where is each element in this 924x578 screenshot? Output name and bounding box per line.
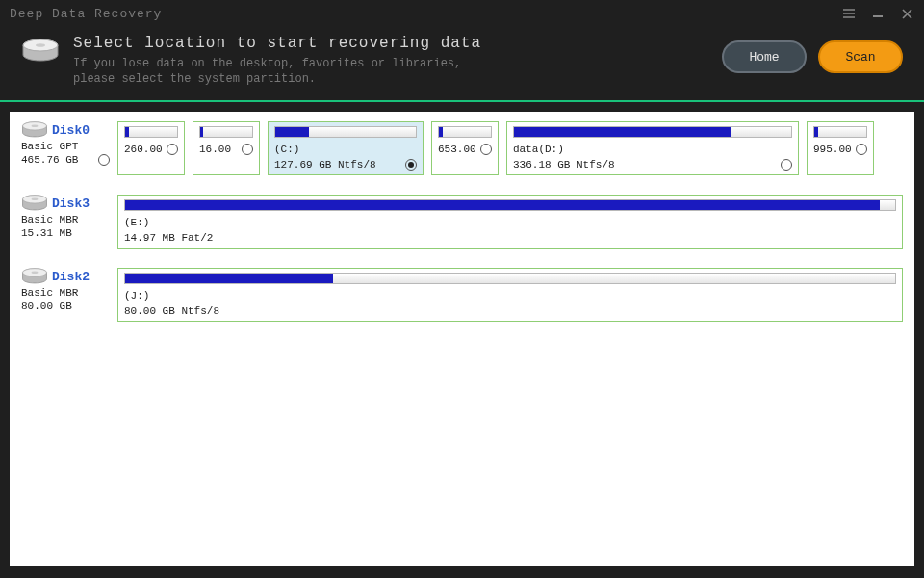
partition-info: 80.00 GB Ntfs/8 <box>124 305 219 317</box>
disk-radio[interactable] <box>98 154 110 166</box>
disk-row: Disk3Basic MBR15.31 MB(E:)14.97 MB Fat/2 <box>21 195 903 249</box>
partition-group: (J:)80.00 GB Ntfs/8 <box>117 268 903 322</box>
partition[interactable]: 653.00 . <box>431 121 499 175</box>
svg-point-8 <box>32 198 38 200</box>
partition-letter: (J:) <box>124 290 896 302</box>
partition-letter: data(D:) <box>513 144 792 155</box>
disk-name-text: Disk2 <box>52 270 90 284</box>
svg-point-5 <box>32 125 38 127</box>
partition-group: 260.00 .16.00 M.(C:)127.69 GB Ntfs/8653.… <box>117 121 903 175</box>
disk-size: 80.00 GB <box>21 301 110 312</box>
partition[interactable]: data(D:)336.18 GB Ntfs/8 <box>506 121 799 175</box>
disk-row: Disk2Basic MBR80.00 GB(J:)80.00 GB Ntfs/… <box>21 268 903 322</box>
partition-radio[interactable] <box>856 144 867 155</box>
usage-bar <box>813 126 867 138</box>
partition-group: (E:)14.97 MB Fat/2 <box>117 195 903 249</box>
disk-name-text: Disk3 <box>52 197 90 211</box>
app-title: Deep Data Recovery <box>10 7 841 21</box>
partition-info: 653.00 . <box>438 144 476 155</box>
partition-info: 14.97 MB Fat/2 <box>124 232 213 244</box>
disk-label: Disk3Basic MBR15.31 MB <box>21 195 110 249</box>
drive-icon <box>21 39 60 67</box>
usage-bar <box>124 126 178 138</box>
partition-info: 336.18 GB Ntfs/8 <box>513 159 615 171</box>
scan-button[interactable]: Scan <box>818 40 903 73</box>
usage-bar <box>513 126 792 138</box>
usage-bar <box>124 273 896 284</box>
partition-radio[interactable] <box>781 159 792 171</box>
partition-info: 16.00 M. <box>199 144 238 155</box>
disk-name-text: Disk0 <box>52 123 90 138</box>
disk-label: Disk2Basic MBR80.00 GB <box>21 268 110 322</box>
usage-bar <box>124 199 896 211</box>
partition[interactable]: (E:)14.97 MB Fat/2 <box>117 195 903 249</box>
disk-row: Disk0Basic GPT465.76 GB260.00 .16.00 M.(… <box>21 121 903 175</box>
home-button[interactable]: Home <box>722 40 807 73</box>
disk-size: 465.76 GB <box>21 154 110 166</box>
page-subtitle: If you lose data on the desktop, favorit… <box>73 56 708 87</box>
disk-list: Disk0Basic GPT465.76 GB260.00 .16.00 M.(… <box>10 112 914 566</box>
partition-letter: (C:) <box>274 144 417 155</box>
disk-size: 15.31 MB <box>21 227 110 239</box>
menu-icon[interactable] <box>841 6 857 21</box>
disk-label: Disk0Basic GPT465.76 GB <box>21 121 110 175</box>
partition-radio[interactable] <box>242 144 253 155</box>
minimize-icon[interactable] <box>870 6 886 21</box>
usage-bar <box>199 126 253 138</box>
disk-name: Disk0 <box>21 121 110 139</box>
disk-name: Disk3 <box>21 195 110 212</box>
usage-bar <box>274 126 417 138</box>
partition[interactable]: (C:)127.69 GB Ntfs/8 <box>268 121 424 175</box>
disk-type: Basic GPT <box>21 141 110 152</box>
partition-radio[interactable] <box>167 144 178 155</box>
partition-info: 995.00 . <box>813 144 852 155</box>
partition-letter: (E:) <box>124 217 896 228</box>
disk-name: Disk2 <box>21 268 110 285</box>
usage-bar <box>438 126 492 138</box>
partition-info: 127.69 GB Ntfs/8 <box>274 159 376 171</box>
divider <box>0 100 924 102</box>
partition[interactable]: 995.00 . <box>807 121 874 175</box>
partition[interactable]: (J:)80.00 GB Ntfs/8 <box>117 268 903 322</box>
page-title: Select location to start recovering data <box>73 35 708 52</box>
disk-type: Basic MBR <box>21 287 110 299</box>
svg-point-11 <box>32 272 38 274</box>
disk-type: Basic MBR <box>21 214 110 225</box>
partition[interactable]: 16.00 M. <box>192 121 260 175</box>
close-icon[interactable] <box>899 6 914 21</box>
partition-info: 260.00 . <box>124 144 163 155</box>
svg-point-2 <box>36 43 45 47</box>
partition-radio[interactable] <box>405 159 417 171</box>
partition-radio[interactable] <box>480 144 492 155</box>
partition[interactable]: 260.00 . <box>117 121 185 175</box>
